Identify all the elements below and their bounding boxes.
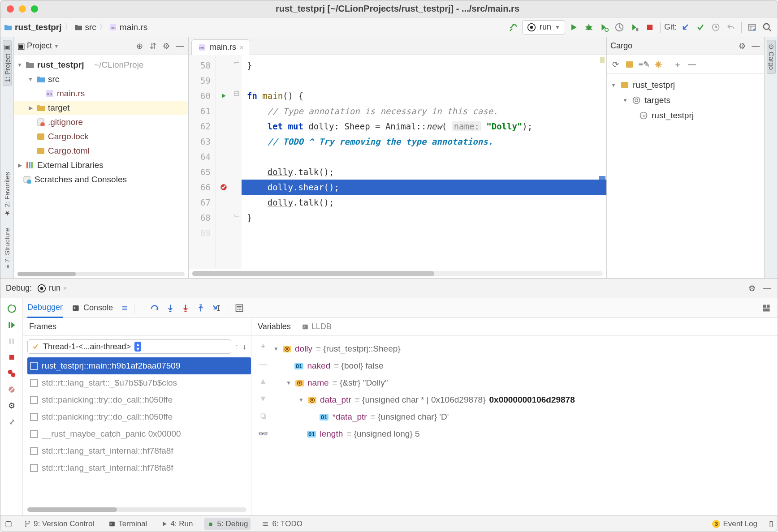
stack-frames-list[interactable]: rust_testprj::main::h9b1af2baa07509 std:… — [27, 357, 251, 504]
hide-icon[interactable]: — — [762, 283, 772, 293]
step-out-icon[interactable] — [196, 303, 205, 313]
run-gutter-icon[interactable] — [216, 88, 232, 103]
tree-cargo-toml[interactable]: Cargo.toml — [14, 144, 188, 158]
layout-icon[interactable] — [745, 21, 759, 34]
frame-down-icon[interactable]: ↓ — [242, 342, 246, 352]
marker-current-line[interactable] — [599, 176, 605, 180]
zoom-window-button[interactable] — [31, 5, 38, 13]
var-row[interactable]: 01 naked = {bool} false — [273, 357, 774, 374]
tree-gitignore[interactable]: .gitignore — [14, 115, 188, 129]
attach-button[interactable] — [628, 21, 641, 34]
remove-watch-icon[interactable]: — — [259, 359, 267, 369]
build-hammer-icon[interactable] — [507, 21, 520, 34]
stop-button[interactable] — [643, 21, 657, 34]
var-row[interactable]: ▼⦿ dolly = {rust_testprj::Sheep} — [273, 340, 774, 357]
variables-tree[interactable]: ▼⦿ dolly = {rust_testprj::Sheep} 01 nake… — [273, 340, 774, 511]
gear-icon[interactable]: ⚙ — [737, 41, 747, 51]
frame-up-icon[interactable]: ↑ — [235, 342, 239, 352]
hide-icon[interactable]: — — [751, 41, 761, 51]
rerun-icon[interactable] — [5, 303, 18, 315]
evaluate-icon[interactable] — [234, 304, 244, 313]
editor-tab-main[interactable]: RS main.rs × — [191, 39, 250, 55]
tree-target[interactable]: ▶target — [14, 101, 188, 115]
cargo-target-bin[interactable]: 101rust_testprj — [610, 108, 761, 123]
debug-config-tab[interactable]: run × — [37, 283, 67, 293]
project-hscroll[interactable] — [17, 272, 185, 276]
breakpoint-icon[interactable] — [216, 180, 232, 195]
view-breakpoints-icon[interactable] — [5, 367, 18, 380]
dbg-settings-icon[interactable]: ⚙ — [5, 399, 18, 412]
stack-row[interactable]: std::panicking::try::do_call::h050ffe — [27, 408, 251, 425]
var-row[interactable]: ▼⦿ name = {&str} "Dolly" — [273, 374, 774, 391]
git-update-icon[interactable] — [679, 21, 692, 34]
run-config-selector[interactable]: run ▼ — [522, 20, 565, 34]
close-tab-icon[interactable]: × — [240, 44, 243, 51]
project-tree[interactable]: ▼rust_testprj ~/CLionProje ▼src RSmain.r… — [14, 55, 188, 269]
var-row[interactable]: 01 length = {unsigned long} 5 — [273, 425, 774, 442]
stack-row[interactable]: std::rt::lang_start_internal::hf78fa8f — [27, 442, 251, 459]
copy-icon[interactable]: ⧉ — [260, 412, 266, 421]
git-commit-icon[interactable] — [694, 21, 707, 34]
cargo-tree[interactable]: ▼rust_testprj ▼targets 101rust_testprj — [607, 74, 764, 278]
structure-tool-button[interactable]: ≡ 7: Structure — [3, 224, 11, 272]
tab-debugger[interactable]: Debugger — [27, 298, 63, 318]
remove-icon[interactable]: — — [687, 60, 697, 69]
git-revert-icon[interactable] — [724, 21, 738, 34]
stack-row[interactable]: std::rt::lang_start_internal::hf78fa8f — [27, 459, 251, 476]
gear-icon[interactable]: ⚙ — [161, 41, 171, 51]
status-todo[interactable]: 6: TODO — [259, 518, 305, 530]
locate-icon[interactable]: ⊕ — [134, 41, 144, 51]
step-into-icon[interactable] — [166, 303, 175, 313]
cargo-root[interactable]: ▼rust_testprj — [610, 77, 761, 93]
tab-console[interactable]: Console — [72, 298, 113, 318]
breadcrumb-file[interactable]: RS main.rs — [109, 22, 147, 32]
var-row[interactable]: ▼⦿ data_ptr = {unsigned char * | 0x106d2… — [273, 391, 774, 408]
cargo-tool-button[interactable]: ⊙ Cargo — [767, 40, 776, 74]
close-window-button[interactable] — [7, 5, 14, 13]
code-editor[interactable]: 585960616263646566676869 ⌐ ⊟ ⌙ } fn main… — [189, 55, 606, 269]
stack-row[interactable]: std::panicking::try::do_call::h050ffe — [27, 391, 251, 408]
tree-src[interactable]: ▼src — [14, 72, 188, 86]
layout-settings-icon[interactable] — [761, 304, 778, 313]
stack-row[interactable]: std::rt::lang_start::_$u7b$$u7b$clos — [27, 374, 251, 391]
mute-breakpoints-icon[interactable] — [5, 383, 18, 396]
project-panel-title[interactable]: ▣ Project▼ — [17, 41, 59, 51]
run-button[interactable] — [567, 21, 580, 34]
frames-hscroll[interactable] — [27, 507, 246, 512]
memory-lock-icon[interactable]: ▯ — [769, 519, 773, 528]
gear-icon[interactable]: ⚙ — [747, 283, 757, 293]
add-icon[interactable]: ＋ — [673, 60, 683, 69]
favorites-tool-button[interactable]: ★ 2: Favorites — [3, 168, 11, 221]
status-event-log[interactable]: 3Event Log — [709, 518, 760, 530]
search-everywhere-icon[interactable] — [761, 21, 774, 34]
force-step-into-icon[interactable] — [181, 303, 190, 313]
glasses-icon[interactable]: 👓 — [258, 429, 268, 439]
collapse-all-icon[interactable]: ⇵ — [148, 41, 158, 51]
tool-windows-icon[interactable]: ▢ — [5, 519, 12, 528]
step-over-icon[interactable] — [150, 303, 160, 313]
project-tool-button[interactable]: 1: Project▣ — [3, 40, 12, 86]
threads-icon[interactable]: ≡ — [122, 302, 128, 314]
thread-selector[interactable]: Thread-1-<...ain-thread> ▲▼ — [27, 339, 231, 354]
cargo-box-icon[interactable] — [625, 60, 635, 69]
minimize-window-button[interactable] — [19, 5, 26, 13]
hide-icon[interactable]: — — [175, 41, 185, 51]
refresh-icon[interactable]: ⟳ — [610, 60, 620, 69]
run-to-cursor-icon[interactable] — [212, 303, 221, 313]
tree-cargo-lock[interactable]: Cargo.lock — [14, 129, 188, 144]
move-down-icon[interactable]: ▼ — [259, 394, 267, 403]
bug-sun-icon[interactable] — [653, 60, 663, 69]
status-run[interactable]: 4: Run — [159, 518, 195, 530]
pause-icon[interactable] — [5, 335, 18, 348]
close-icon[interactable]: × — [63, 285, 67, 292]
tree-scratches[interactable]: Scratches and Consoles — [14, 172, 188, 187]
vars-tab[interactable]: Variables — [258, 322, 291, 331]
profile-button[interactable] — [613, 21, 626, 34]
stack-row[interactable]: rust_testprj::main::h9b1af2baa07509 — [27, 357, 251, 374]
breadcrumb-root[interactable]: rust_testprj — [4, 22, 62, 32]
cargo-targets[interactable]: ▼targets — [610, 93, 761, 108]
breadcrumb-folder[interactable]: src — [74, 22, 96, 32]
filter-icon[interactable]: ≡✎ — [639, 60, 649, 69]
marker-strip[interactable] — [600, 57, 605, 63]
git-history-icon[interactable] — [709, 21, 722, 34]
